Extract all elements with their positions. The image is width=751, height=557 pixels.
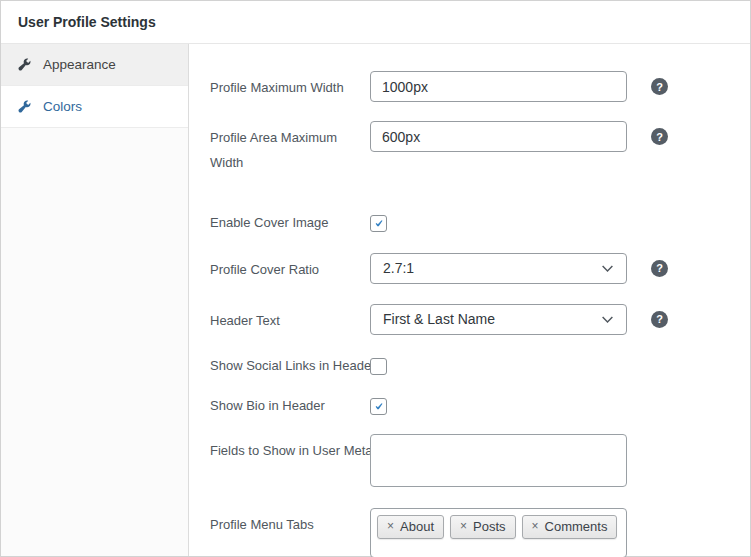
profile-area-max-width-label: Profile Area Maximum Width: [210, 121, 370, 176]
chevron-down-icon: [601, 262, 614, 275]
form-row: Enable Cover Image: [210, 215, 750, 232]
show-bio-label: Show Bio in Header: [210, 398, 370, 415]
form-row: Profile Menu Tabs ×About×Posts×Comments: [210, 508, 750, 557]
sidebar-item-label: Appearance: [43, 57, 116, 72]
sidebar-item-colors[interactable]: Colors: [1, 86, 188, 128]
form-row: Header Text First & Last Name ?: [210, 304, 750, 335]
tag-chip-label: Comments: [545, 519, 608, 534]
help-icon[interactable]: ?: [651, 260, 668, 277]
enable-cover-image-checkbox[interactable]: [370, 215, 387, 232]
tag-chip[interactable]: ×About: [377, 515, 444, 539]
panel-title: User Profile Settings: [18, 14, 156, 30]
help-icon[interactable]: ?: [651, 311, 668, 328]
profile-max-width-label: Profile Maximum Width: [210, 71, 370, 100]
form-row: Show Social Links in Header: [210, 358, 750, 375]
sidebar-item-appearance[interactable]: Appearance: [1, 44, 188, 86]
enable-cover-image-label: Enable Cover Image: [210, 215, 370, 232]
header-text-label: Header Text: [210, 304, 370, 333]
profile-max-width-input[interactable]: [370, 71, 627, 102]
tag-chip-label: About: [400, 519, 434, 534]
profile-area-max-width-input[interactable]: [370, 121, 627, 152]
checkmark-icon: [372, 400, 385, 413]
sidebar-item-label: Colors: [43, 99, 82, 114]
settings-form: Profile Maximum Width ? Profile Area Max…: [189, 44, 750, 556]
settings-sidebar: Appearance Colors: [1, 44, 189, 556]
selected-option: First & Last Name: [383, 311, 495, 327]
profile-menu-tabs-field[interactable]: ×About×Posts×Comments: [370, 508, 627, 557]
help-icon[interactable]: ?: [651, 128, 668, 145]
fields-user-meta-label: Fields to Show in User Meta: [210, 434, 370, 463]
remove-tag-icon[interactable]: ×: [532, 520, 539, 532]
panel-header: User Profile Settings: [1, 1, 750, 44]
remove-tag-icon[interactable]: ×: [460, 520, 467, 532]
header-text-select[interactable]: First & Last Name: [370, 304, 627, 335]
form-row: Fields to Show in User Meta: [210, 434, 750, 487]
tag-chip[interactable]: ×Comments: [522, 515, 618, 539]
show-bio-checkbox[interactable]: [370, 398, 387, 415]
selected-option: 2.7:1: [383, 260, 414, 276]
panel-body: Appearance Colors Profile Maximum Width …: [1, 44, 750, 556]
form-row: Profile Area Maximum Width ?: [210, 121, 750, 176]
remove-tag-icon[interactable]: ×: [387, 520, 394, 532]
checkmark-icon: [372, 217, 385, 230]
form-row: Show Bio in Header: [210, 398, 750, 415]
user-profile-settings-panel: User Profile Settings Appearance Colors …: [0, 0, 751, 557]
form-row: Profile Cover Ratio 2.7:1 ?: [210, 253, 750, 284]
chevron-down-icon: [601, 313, 614, 326]
help-icon[interactable]: ?: [651, 78, 668, 95]
fields-user-meta-textarea[interactable]: [370, 434, 627, 487]
form-row: Profile Maximum Width ?: [210, 71, 750, 102]
profile-cover-ratio-label: Profile Cover Ratio: [210, 253, 370, 282]
show-social-links-label: Show Social Links in Header: [210, 358, 370, 375]
wrench-icon: [17, 99, 32, 114]
tag-chip[interactable]: ×Posts: [450, 515, 516, 539]
profile-menu-tabs-label: Profile Menu Tabs: [210, 508, 370, 537]
show-social-links-checkbox[interactable]: [370, 358, 387, 375]
wrench-icon: [17, 57, 32, 72]
tag-chip-label: Posts: [473, 519, 506, 534]
profile-cover-ratio-select[interactable]: 2.7:1: [370, 253, 627, 284]
